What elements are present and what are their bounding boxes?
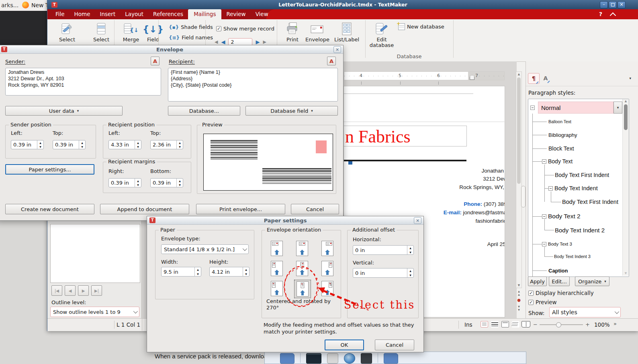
recipient-top-stepper[interactable]: 2.36 in▲▼ [150,140,183,149]
zoom-out-icon[interactable]: − [533,321,538,327]
horizontal-ruler[interactable]: 4 5 6 7 [344,71,505,80]
insert-mode-status[interactable]: Ins [464,321,472,328]
orientation-option-8-selected[interactable] [294,280,311,298]
browser-tab-label[interactable]: New T [31,2,49,8]
sender-textarea[interactable]: Jonathan Drews 3212 Dewar Dr., Apt. 103 … [5,68,161,96]
tree-expand-icon[interactable] [548,186,553,191]
nav-last-button[interactable]: ▶| [91,285,102,296]
database-button[interactable]: Database... [168,106,240,116]
shade-fields-button[interactable]: {▪} Shade fields [169,24,213,30]
database-field-button[interactable]: Database field▾ [245,106,338,116]
tree-expand-icon[interactable] [542,159,546,164]
terminal-icon[interactable] [306,353,321,364]
sender-top-stepper[interactable]: 0.39 in▲▼ [53,140,86,149]
sender-left-stepper[interactable]: 0.39 in▲▼ [11,140,44,149]
show-merge-record-checkbox[interactable]: ✓ Show merge record [216,26,274,32]
record-first-icon[interactable]: ◀ [215,39,218,45]
apply-style-button[interactable]: Apply [528,277,547,286]
paper-dialog-titlebar[interactable]: Paper settings [147,216,423,225]
tab-view[interactable]: View [251,9,273,19]
recipient-left-stepper[interactable]: 4.33 in▲▼ [108,140,141,149]
frame-view-icon[interactable] [501,321,509,327]
sender-font-button[interactable]: A [151,57,160,65]
selection-handle[interactable] [348,161,352,165]
zoom-in-icon[interactable]: + [585,321,590,327]
tab-insert[interactable]: Insert [95,9,120,19]
tab-review[interactable]: Review [221,9,250,19]
outline-view-icon[interactable] [512,321,519,327]
bookmarks-fragment[interactable]: arks... [1,2,18,8]
zoom-slider-knob[interactable] [556,322,561,327]
envelope-button[interactable]: Envelope [305,22,330,45]
tab-home[interactable]: Home [70,9,95,19]
height-stepper[interactable]: 4.12 in▲▼ [209,267,249,277]
style-item[interactable]: Bibliography [548,132,577,138]
book-view-icon[interactable] [521,321,530,327]
scrollbar-thumb[interactable] [517,77,521,184]
browse-prev-object-button[interactable]: ▲▲ [516,290,522,297]
globe-icon[interactable] [344,353,355,364]
orientation-option-3[interactable] [319,240,335,257]
recipient-textarea[interactable]: {First name} {Name 1} {Address} {City}, … [168,68,338,102]
tree-expand-icon[interactable] [542,242,546,246]
close-window-button[interactable]: × [618,1,626,8]
print-envelope-button[interactable]: Print envelope... [196,204,285,214]
ok-button[interactable]: OK [325,340,364,350]
show-styles-dropdown[interactable]: All styles [549,307,621,317]
style-item[interactable]: Caption [548,268,568,274]
vertical-scrollbar[interactable]: ▲ ▼ [516,71,522,288]
style-item[interactable]: Balloon Text [548,119,571,124]
tab-mailings[interactable]: Mailings [188,9,221,19]
close-dialog-button[interactable]: × [414,217,421,224]
orientation-option-1[interactable] [269,240,285,257]
orientation-option-5[interactable] [294,260,310,277]
edit-database-button[interactable]: Edit database [369,22,394,50]
envelope-type-dropdown[interactable]: Standard [4 1/8 x 9 1/2 in.] [161,244,249,254]
folder-icon[interactable] [384,353,398,364]
style-item[interactable]: Block Text [548,145,574,152]
help-icon[interactable]: ? [599,11,602,17]
nav-next-button[interactable]: ▶ [78,285,89,296]
scrollbar-thumb[interactable] [624,104,628,130]
window-icon[interactable] [327,353,338,364]
orientation-option-6[interactable] [319,260,335,277]
style-item[interactable]: Body Text First Indent [555,172,609,178]
style-item[interactable]: Body Text Indent 2 [555,227,605,234]
orientation-option-9[interactable] [319,280,335,297]
select-records-button[interactable]: Select [55,22,79,45]
append-to-document-button[interactable]: Append to document [100,204,189,214]
record-next-icon[interactable]: ▶ [256,39,260,45]
horizontal-offset-stepper[interactable]: 0 in▲▼ [353,245,414,255]
envelope-dialog-titlebar[interactable]: Envelope [0,45,343,54]
page-view-icon[interactable] [481,321,488,327]
nav-first-button[interactable]: |◀ [51,285,62,296]
maximize-button[interactable] [609,1,617,8]
field-names-button[interactable]: {≡} Field names [169,35,213,41]
browse-target-button[interactable]: ● [516,298,522,304]
style-item[interactable]: Body Text Indent 3 [554,254,591,259]
create-new-document-button[interactable]: Create new document [5,204,94,214]
margin-bottom-stepper[interactable]: 0.39 in▲▼ [150,178,183,187]
tree-expand-icon[interactable] [542,214,546,219]
list-label-button[interactable]: List/Label [331,22,363,45]
folder-icon[interactable] [280,353,294,364]
user-data-button[interactable]: User data▾ [5,106,123,116]
outline-level-dropdown[interactable]: Show outline levels 1 to 9 [50,307,139,317]
vertical-offset-stepper[interactable]: 0 in▲▼ [353,268,414,278]
style-item[interactable]: Body Text First Indent [562,199,618,205]
margin-right-stepper[interactable]: 0.39 in▲▼ [108,178,141,187]
window-titlebar[interactable]: LetterToLaura-OrchidFabric.tmdx - TextMa… [47,0,638,9]
normal-view-icon[interactable] [491,321,499,327]
style-item[interactable]: Body Text Indent [554,185,598,191]
field-button[interactable]: {↓} Field [143,22,164,45]
style-item[interactable]: Body Text 2 [548,213,581,220]
preview-checkbox[interactable]: ✓ Preview [528,299,557,305]
paper-settings-button[interactable]: Paper settings... [5,164,94,175]
close-dialog-button[interactable]: × [333,46,341,53]
orientation-option-4[interactable] [269,260,285,277]
sidebar-splitter-handle[interactable] [521,186,526,207]
recipient-font-button[interactable]: A [327,57,336,65]
drive-icon[interactable] [361,353,372,364]
tab-references[interactable]: References [148,9,188,19]
paragraph-styles-tab[interactable]: ¶ [528,73,540,84]
